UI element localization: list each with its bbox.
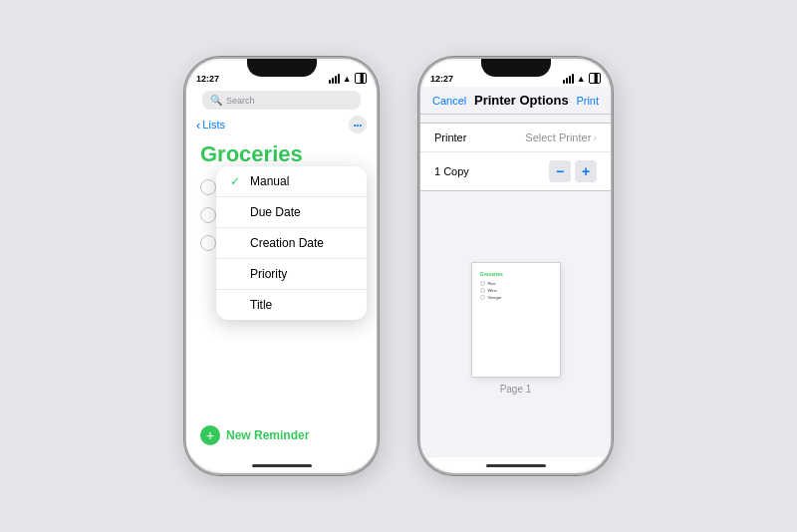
sort-label-title: Title (250, 298, 272, 312)
plus-icon-copy: + (582, 163, 590, 179)
sub-nav: ‹ Lists ••• (186, 114, 377, 137)
printer-options-title: Printer Options (474, 93, 569, 108)
sort-menu-item-creationdate[interactable]: Creation Date (216, 228, 367, 259)
sort-menu-item-manual[interactable]: ✓ Manual (216, 166, 367, 197)
paper-item-rice: Rice (480, 281, 552, 286)
wifi-icon-right: ▲ (577, 74, 586, 84)
select-printer-button[interactable]: Select Printer › (525, 132, 597, 143)
search-bar[interactable]: 🔍 Search (202, 91, 361, 110)
sort-dropdown: ✓ Manual Due Date Creation Date Priority… (216, 166, 367, 320)
new-reminder-label: New Reminder (226, 428, 309, 442)
battery-icon: ▐ (355, 73, 367, 84)
time-left: 12:27 (196, 74, 219, 84)
wifi-icon: ▲ (343, 74, 352, 84)
checkbox-vinegar[interactable] (200, 235, 216, 251)
sort-label-priority: Priority (250, 267, 287, 281)
paper-text-wine: Wine (488, 288, 497, 293)
back-button[interactable]: ‹ Lists (196, 118, 225, 133)
search-icon: 🔍 (210, 95, 222, 106)
home-indicator-left (186, 457, 377, 473)
sort-label-manual: Manual (250, 174, 289, 188)
status-icons-right: ▲ ▐ (563, 73, 601, 84)
signal-icon-right (563, 74, 574, 84)
paper-text-vinegar: Vinegar (488, 295, 502, 300)
copy-row: 1 Copy − + (420, 152, 611, 190)
notch-right (481, 59, 551, 77)
print-button[interactable]: Print (576, 95, 599, 107)
increase-copy-button[interactable]: + (575, 160, 597, 182)
ellipsis-icon: ••• (354, 121, 362, 130)
copy-stepper: − + (549, 160, 597, 182)
more-options-button[interactable]: ••• (349, 116, 367, 133)
home-bar-right (486, 464, 546, 467)
left-phone: 12:27 ▲ ▐ 🔍 Search ‹ Lists (184, 57, 379, 475)
printer-nav: Cancel Printer Options Print (420, 87, 611, 115)
minus-icon: − (556, 163, 564, 179)
chevron-right-icon: › (593, 132, 597, 143)
paper-checkbox-rice (480, 281, 485, 286)
plus-icon: + (206, 427, 214, 443)
page-label: Page 1 (500, 384, 532, 395)
decrease-copy-button[interactable]: − (549, 160, 571, 182)
sort-menu-item-priority[interactable]: Priority (216, 259, 367, 290)
home-bar-left (252, 464, 312, 467)
paper-text-rice: Rice (488, 281, 496, 286)
paper-title: Groceries (480, 271, 552, 277)
right-screen: Cancel Printer Options Print Printer Sel… (420, 87, 611, 457)
sort-label-creationdate: Creation Date (250, 236, 324, 250)
cancel-button[interactable]: Cancel (432, 95, 466, 107)
copy-controls: − + (549, 160, 597, 182)
right-phone: 12:27 ▲ ▐ Cancel Printer Options Print P… (418, 57, 613, 475)
print-preview: Groceries Rice Wine Vinegar Page 1 (420, 199, 611, 457)
select-printer-label: Select Printer (525, 132, 591, 143)
home-indicator-right (420, 457, 611, 473)
sort-label-duedate: Due Date (250, 205, 301, 219)
checkmark-icon: ✓ (230, 174, 244, 188)
paper-checkbox-vinegar (480, 295, 485, 300)
left-screen: 🔍 Search ‹ Lists ••• Groceries Rice Wine… (186, 87, 377, 457)
printer-row: Printer Select Printer › (420, 124, 611, 152)
search-placeholder: Search (226, 96, 255, 106)
signal-icon (329, 74, 340, 84)
sort-menu-item-title[interactable]: Title (216, 290, 367, 320)
paper-checkbox-wine (480, 288, 485, 293)
paper-preview: Groceries Rice Wine Vinegar (471, 262, 561, 378)
time-right: 12:27 (430, 74, 453, 84)
battery-icon-right: ▐ (589, 73, 601, 84)
paper-item-wine: Wine (480, 288, 552, 293)
new-reminder-bar: + New Reminder (186, 415, 377, 457)
chevron-left-icon: ‹ (196, 118, 200, 133)
back-label: Lists (202, 119, 225, 131)
add-reminder-button[interactable]: + (200, 425, 220, 445)
paper-item-vinegar: Vinegar (480, 295, 552, 300)
checkbox-wine[interactable] (200, 207, 216, 223)
copy-label: 1 Copy (434, 165, 469, 177)
checkbox-rice[interactable] (200, 179, 216, 195)
printer-section: Printer Select Printer › 1 Copy − + (420, 123, 611, 191)
printer-label: Printer (434, 132, 466, 143)
status-icons-left: ▲ ▐ (329, 73, 367, 84)
nav-bar-left: 🔍 Search (186, 87, 377, 114)
notch (247, 59, 317, 77)
sort-menu-item-duedate[interactable]: Due Date (216, 197, 367, 228)
